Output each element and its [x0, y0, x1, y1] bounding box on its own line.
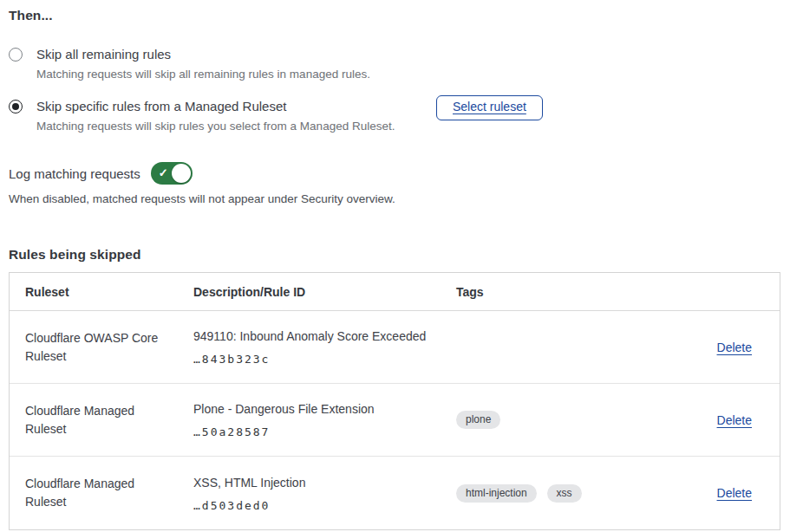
option-text-block: Skip all remaining rules Matching reques…: [36, 45, 436, 83]
rule-id: …50a28587: [193, 425, 456, 438]
tag-pill: plone: [456, 411, 500, 429]
actions-cell: Delete: [656, 457, 780, 529]
log-toggle-help-text: When disabled, matched requests will not…: [9, 191, 780, 208]
rule-description: 949110: Inbound Anomaly Score Exceeded: [193, 328, 456, 345]
rule-id: …d503ded0: [193, 499, 456, 512]
tag-pill: xss: [547, 484, 582, 503]
actions-cell: Delete: [656, 311, 780, 384]
check-icon: ✓: [159, 167, 168, 178]
select-ruleset-button[interactable]: Select ruleset: [436, 95, 543, 120]
radio-option-skip-all-remaining[interactable]: Skip all remaining rules Matching reques…: [9, 45, 780, 83]
rule-description: Plone - Dangerous File Extension: [193, 401, 456, 418]
rules-being-skipped-table: Ruleset Description/Rule ID Tags Cloudfl…: [9, 272, 780, 530]
ruleset-name: Cloudflare OWASP Core Ruleset: [10, 311, 193, 384]
option-text-block: Skip specific rules from a Managed Rules…: [36, 97, 436, 135]
rules-being-skipped-heading: Rules being skipped: [9, 247, 780, 263]
tags-cell: [456, 311, 656, 384]
tags-cell: plone: [456, 384, 656, 457]
radio-button-selected-icon[interactable]: [9, 100, 23, 114]
column-header-ruleset: Ruleset: [10, 273, 193, 311]
table-row: Cloudflare OWASP Core Ruleset 949110: In…: [10, 311, 780, 384]
tags-cell: html-injection xss: [456, 457, 656, 529]
delete-link[interactable]: Delete: [717, 341, 752, 354]
delete-link[interactable]: Delete: [717, 486, 752, 500]
log-toggle-switch[interactable]: ✓: [151, 162, 193, 185]
ruleset-name: Cloudflare Managed Ruleset: [10, 384, 193, 457]
tag-pill: html-injection: [456, 484, 537, 503]
radio-button-unselected-icon[interactable]: [9, 48, 23, 62]
actions-cell: Delete: [656, 384, 780, 457]
then-heading: Then...: [9, 8, 780, 23]
option-description: Matching requests will skip all remainin…: [36, 66, 436, 83]
log-matching-requests-row: Log matching requests ✓: [9, 162, 780, 185]
toggle-knob[interactable]: [172, 164, 191, 183]
option-label: Skip specific rules from a Managed Rules…: [36, 97, 436, 116]
waf-skip-rule-form: Then... Skip all remaining rules Matchin…: [0, 0, 790, 532]
table-header-row: Ruleset Description/Rule ID Tags: [10, 273, 780, 311]
rule-description-cell: 949110: Inbound Anomaly Score Exceeded ……: [193, 311, 456, 384]
delete-link[interactable]: Delete: [717, 413, 752, 427]
rule-id: …843b323c: [193, 353, 456, 366]
radio-option-skip-specific[interactable]: Skip specific rules from a Managed Rules…: [9, 97, 780, 135]
table-row: Cloudflare Managed Ruleset XSS, HTML Inj…: [10, 457, 780, 529]
rule-description-cell: Plone - Dangerous File Extension …50a285…: [193, 384, 456, 457]
option-label: Skip all remaining rules: [36, 45, 436, 64]
log-toggle-label: Log matching requests: [9, 166, 140, 181]
column-header-actions: [656, 273, 780, 311]
rule-description-cell: XSS, HTML Injection …d503ded0: [193, 457, 456, 529]
table-row: Cloudflare Managed Ruleset Plone - Dange…: [10, 384, 780, 457]
column-header-tags: Tags: [456, 273, 656, 311]
option-description: Matching requests will skip rules you se…: [36, 118, 436, 135]
ruleset-name: Cloudflare Managed Ruleset: [10, 457, 193, 529]
rule-description: XSS, HTML Injection: [193, 475, 456, 491]
column-header-description-rule-id: Description/Rule ID: [193, 273, 456, 311]
